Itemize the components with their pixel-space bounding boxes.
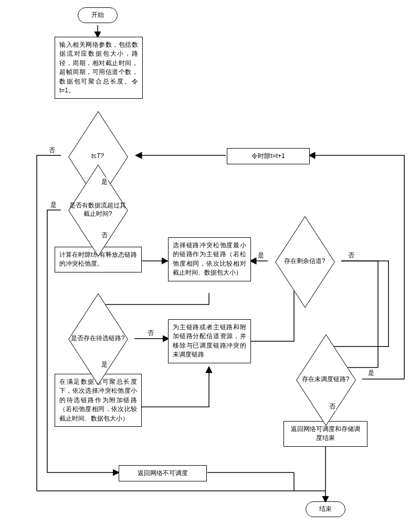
decision-remain-channel-text: 存在剩余信道? bbox=[284, 257, 326, 266]
box-assign-channel-text: 为主链路或者主链路和附加链路分配信道资源，并移除与已调度链路冲突的未调度链路 bbox=[173, 323, 246, 358]
terminal-start: 开始 bbox=[78, 7, 118, 23]
box-input-params: 输入相关网络参数，包括数据流对应数据包大小，路径，周期，相对截止时间，超帧周期，… bbox=[55, 37, 143, 99]
lbl-d5-no: 否 bbox=[329, 402, 336, 411]
box-select-main-text: 选择链路冲突松弛度最小的链路作为主链路（若松弛度相同，依次比较相对截止时间、数据… bbox=[173, 242, 246, 276]
box-increment-t: 令时隙t=t+1 bbox=[227, 148, 310, 164]
box-input-params-text: 输入相关网络参数，包括数据流对应数据包大小，路径，周期，相对截止时间，超帧周期，… bbox=[59, 41, 138, 94]
lbl-d5-yes: 是 bbox=[368, 369, 375, 377]
terminal-start-text: 开始 bbox=[91, 11, 104, 18]
lbl-d1-yes: 是 bbox=[101, 177, 108, 186]
lbl-d3-yes: 是 bbox=[101, 360, 108, 369]
box-increment-t-text: 令时隙t=t+1 bbox=[251, 152, 285, 160]
decision-deadline-text: 是否有数据流超过其截止时间? bbox=[68, 202, 127, 218]
lbl-d2-no: 否 bbox=[101, 231, 108, 240]
box-return-fail: 返回网络不可调度 bbox=[119, 465, 207, 481]
box-assign-channel: 为主链路或者主链路和附加链路分配信道资源，并移除与已调度链路冲突的未调度链路 bbox=[168, 319, 251, 363]
lbl-d4-yes: 是 bbox=[257, 251, 265, 260]
lbl-d1-no: 否 bbox=[48, 146, 56, 155]
decision-candidate: 是否存在待选链路? bbox=[61, 318, 134, 360]
flowchart-canvas: 开始 结束 输入相关网络参数，包括数据流对应数据包大小，路径，周期，相对截止时间… bbox=[0, 0, 420, 525]
terminal-end: 结束 bbox=[306, 501, 345, 517]
lbl-d3-no: 否 bbox=[147, 329, 154, 338]
box-return-ok-text: 返回网络可调度和存储调度结果 bbox=[291, 425, 360, 442]
lbl-d2-yes: 是 bbox=[50, 201, 57, 209]
decision-remain-unscheduled: 存在未调度链路? bbox=[289, 359, 362, 401]
decision-candidate-text: 是否存在待选链路? bbox=[71, 334, 125, 343]
terminal-end-text: 结束 bbox=[319, 505, 332, 512]
decision-remain-unscheduled-text: 存在未调度链路? bbox=[302, 375, 350, 384]
decision-remain-channel: 存在剩余信道? bbox=[268, 240, 341, 282]
decision-deadline: 是否有数据流超过其截止时间? bbox=[61, 189, 134, 231]
lbl-d4-no: 否 bbox=[348, 251, 355, 260]
box-select-main: 选择链路冲突松弛度最小的链路作为主链路（若松弛度相同，依次比较相对截止时间、数据… bbox=[168, 237, 251, 281]
decision-t-le-T-text: t≤T? bbox=[91, 152, 104, 161]
box-return-fail-text: 返回网络不可调度 bbox=[138, 469, 188, 477]
